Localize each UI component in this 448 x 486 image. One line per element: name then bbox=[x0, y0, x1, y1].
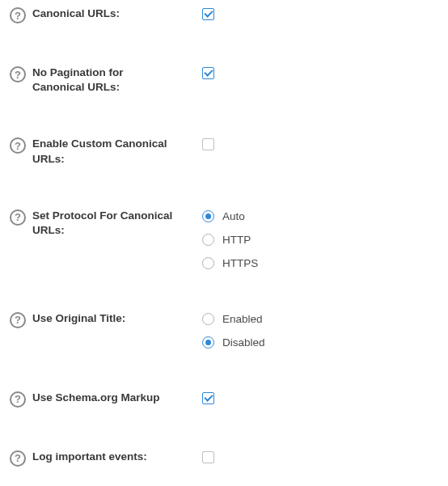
label-col: ?Set Protocol For Canonical URLs: bbox=[10, 209, 202, 238]
setting-row-custom-canonical: ?Enable Custom Canonical URLs: bbox=[10, 137, 438, 166]
control-col: EnabledDisabled bbox=[202, 311, 438, 349]
radio-icon bbox=[202, 210, 214, 222]
help-icon[interactable]: ? bbox=[10, 66, 26, 82]
log-events-checkbox[interactable] bbox=[202, 451, 214, 463]
original-title-option-enabled[interactable]: Enabled bbox=[202, 313, 315, 325]
schema-checkbox[interactable] bbox=[202, 392, 214, 404]
no-pagination-checkbox[interactable] bbox=[202, 67, 214, 79]
control-col bbox=[202, 137, 438, 153]
option-label: HTTP bbox=[222, 234, 251, 246]
settings-form: ?Canonical URLs:?No Pagination for Canon… bbox=[10, 6, 438, 467]
custom-canonical-checkbox[interactable] bbox=[202, 138, 214, 150]
help-icon[interactable]: ? bbox=[10, 7, 26, 23]
control-col bbox=[202, 6, 438, 23]
setting-row-log-events: ?Log important events: bbox=[10, 450, 438, 467]
help-icon[interactable]: ? bbox=[10, 450, 26, 467]
control-col bbox=[202, 391, 438, 407]
setting-label: Canonical URLs: bbox=[32, 6, 120, 21]
label-col: ?Log important events: bbox=[10, 450, 202, 467]
help-icon[interactable]: ? bbox=[10, 137, 26, 154]
label-col: ?Enable Custom Canonical URLs: bbox=[10, 137, 202, 166]
label-col: ?Use Original Title: bbox=[10, 311, 202, 328]
control-col bbox=[202, 450, 438, 466]
protocol-option-http[interactable]: HTTP bbox=[202, 234, 315, 246]
label-col: ?Use Schema.org Markup bbox=[10, 391, 202, 408]
setting-row-schema: ?Use Schema.org Markup bbox=[10, 391, 438, 408]
original-title-radio-group: EnabledDisabled bbox=[202, 313, 438, 349]
label-col: ?Canonical URLs: bbox=[10, 6, 202, 23]
label-col: ?No Pagination for Canonical URLs: bbox=[10, 66, 202, 95]
help-icon[interactable]: ? bbox=[10, 391, 26, 408]
setting-label: Enable Custom Canonical URLs: bbox=[32, 137, 178, 166]
radio-icon bbox=[202, 336, 214, 349]
protocol-option-https[interactable]: HTTPS bbox=[202, 257, 315, 269]
protocol-radio-group: AutoHTTPHTTPS bbox=[202, 210, 438, 269]
setting-label: Use Schema.org Markup bbox=[32, 391, 160, 405]
help-icon[interactable]: ? bbox=[10, 209, 26, 226]
setting-label: No Pagination for Canonical URLs: bbox=[32, 66, 178, 95]
original-title-option-disabled[interactable]: Disabled bbox=[202, 336, 315, 349]
option-label: HTTPS bbox=[222, 257, 258, 269]
protocol-option-auto[interactable]: Auto bbox=[202, 210, 315, 222]
setting-label: Use Original Title: bbox=[32, 311, 125, 326]
control-col: AutoHTTPHTTPS bbox=[202, 209, 438, 269]
setting-row-original-title: ?Use Original Title:EnabledDisabled bbox=[10, 311, 438, 349]
setting-row-canonical: ?Canonical URLs: bbox=[10, 6, 438, 23]
radio-icon bbox=[202, 313, 214, 325]
canonical-checkbox[interactable] bbox=[202, 8, 214, 20]
control-col bbox=[202, 66, 438, 82]
setting-row-protocol: ?Set Protocol For Canonical URLs:AutoHTT… bbox=[10, 209, 438, 269]
option-label: Auto bbox=[222, 210, 245, 222]
radio-icon bbox=[202, 257, 214, 269]
setting-label: Set Protocol For Canonical URLs: bbox=[32, 209, 178, 238]
option-label: Enabled bbox=[222, 313, 263, 325]
radio-icon bbox=[202, 234, 214, 246]
option-label: Disabled bbox=[222, 336, 265, 349]
setting-row-no-pagination: ?No Pagination for Canonical URLs: bbox=[10, 66, 438, 95]
help-icon[interactable]: ? bbox=[10, 312, 26, 328]
setting-label: Log important events: bbox=[32, 450, 147, 464]
